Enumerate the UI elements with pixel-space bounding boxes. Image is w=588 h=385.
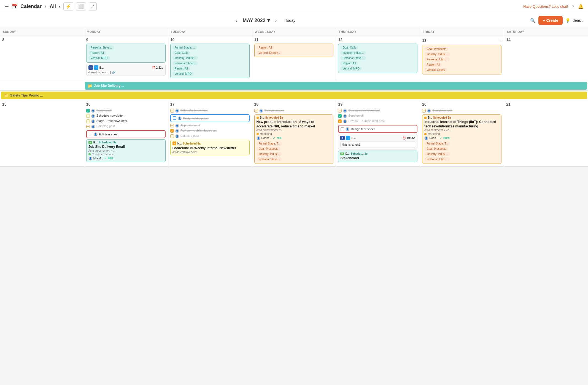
- calendar-icon: 📅: [12, 4, 18, 10]
- tag-industry: Industry: Indust...: [424, 52, 450, 56]
- ideas-chevron-icon: ›: [582, 18, 584, 23]
- task-review-publish-thu[interactable]: ✓ 👤 Review + publish blog post: [338, 119, 417, 124]
- fri-blog-event[interactable]: B... Scheduled 9a Industrial Internet of…: [422, 114, 501, 164]
- task-send-email[interactable]: ✓ 👤 Send email: [86, 108, 166, 113]
- tag-persona: Persona: Steve...: [88, 46, 114, 50]
- prev-month-button[interactable]: ‹: [233, 17, 239, 24]
- next-month-button[interactable]: ›: [273, 17, 279, 24]
- checkbox-design-tear[interactable]: [341, 127, 344, 131]
- day-15: 15: [0, 100, 84, 166]
- checkbox-minus-3[interactable]: —: [170, 134, 174, 138]
- checkbox-minus-wed[interactable]: —: [254, 109, 258, 113]
- tag-goal: Goal: Prospects: [424, 47, 448, 51]
- cal-toolbar-center: ‹ MAY 2022 ▾ › Today: [4, 17, 527, 24]
- wed-tag-card[interactable]: Region: All Vertical: Energy...: [254, 44, 334, 57]
- task-edit-website[interactable]: — 👤 Edit website content: [170, 108, 250, 113]
- avatar-fri-1: 👤: [427, 109, 431, 113]
- checkbox-minus-2[interactable]: —: [170, 124, 174, 127]
- week-row-2: 15 16 ✓ 👤 Send email 👤 Schedule newslett…: [0, 100, 588, 167]
- ideas-button[interactable]: 💡 Ideas ›: [565, 18, 584, 23]
- app-title: Calendar: [20, 4, 42, 9]
- tag-goal: Goal: Calls: [172, 51, 190, 55]
- help-icon[interactable]: ?: [572, 4, 574, 9]
- checkbox-yellow-1[interactable]: [86, 114, 90, 118]
- mon-blog-card[interactable]: B t B... ⏰ 2:22p {how-to}{perm...} 🔗: [86, 64, 166, 76]
- blog-b-icon: B: [88, 65, 93, 70]
- day-13: 13 + Goal: Prospects Industry: Indust...…: [420, 36, 504, 81]
- tag-vertical: Vertical: Safety: [424, 68, 447, 72]
- top-nav: ☰ 📅 Calendar / All ▾ ⚡ ⬜ ↗ Have Question…: [0, 0, 588, 13]
- avatar-thu-2: 👤: [343, 114, 347, 118]
- avatar-blog: 👤: [91, 125, 95, 129]
- avatar-4: 👤: [175, 129, 179, 133]
- monitor-button[interactable]: ⬜: [76, 2, 86, 10]
- header-wednesday: WEDNESDAY: [252, 28, 336, 36]
- design-tear-sheet-card[interactable]: 👤 Design tear sheet: [338, 125, 417, 133]
- wed-blog-event[interactable]: B... Scheduled 9a New product introducti…: [254, 114, 334, 164]
- week-row-1: 8 9 Persona: Steve... Region: All Vertic…: [0, 36, 588, 81]
- tag-persona: Persona: John ...: [424, 57, 450, 62]
- folder-icon-2: 📁: [4, 93, 9, 98]
- avatar-stage: 👤: [91, 119, 95, 123]
- checkbox-minus-thu-1[interactable]: —: [338, 109, 342, 113]
- thu-email-event[interactable]: ✉ E... Schedul... 3p Stakeholder: [338, 151, 417, 162]
- chevron-down-icon[interactable]: ▾: [59, 4, 61, 9]
- twitter-icon-thu: t: [346, 136, 350, 140]
- task-approve-email[interactable]: — 👤 Approve email: [170, 123, 250, 128]
- tue-tag-card[interactable]: Funnel Stage: ... Goal: Calls Industry: …: [170, 44, 250, 78]
- share-button[interactable]: ↗: [89, 2, 97, 10]
- checkbox-yellow-2[interactable]: [86, 119, 90, 123]
- nav-view[interactable]: All: [50, 4, 56, 9]
- tag-region: Region: All: [424, 63, 442, 67]
- task-edit-blog-tue[interactable]: — 👤 Edit blog post: [170, 133, 250, 139]
- task-design-images-wed[interactable]: — 👤 Design images: [254, 108, 334, 113]
- task-design-website-thu[interactable]: — 👤 Design website content: [338, 108, 417, 113]
- clock-icon-thu: ⏰: [403, 137, 406, 140]
- test-note: this is a test.: [340, 141, 415, 148]
- checkbox-done[interactable]: ✓: [86, 109, 90, 113]
- task-schedule-newsletter[interactable]: 👤 Schedule newsletter: [86, 113, 166, 119]
- mon-tag-card[interactable]: Persona: Steve... Region: All Vertical: …: [86, 44, 166, 63]
- checkbox-done-orange[interactable]: ✓: [170, 129, 174, 133]
- checkbox-tear-sheet[interactable]: [89, 133, 92, 136]
- checkbox-orange-thu[interactable]: ✓: [338, 119, 342, 123]
- job-site-delivery-banner[interactable]: 📁 Job Site Delivery ...: [85, 82, 587, 90]
- email-icon: ✉: [88, 141, 92, 144]
- create-button[interactable]: + Create: [538, 16, 563, 25]
- checkbox-minus-1[interactable]: —: [170, 109, 174, 113]
- filter-button[interactable]: ⚡: [63, 2, 73, 10]
- mon-email-event[interactable]: ✉ E... Scheduled 9a Job Site Delivery Em…: [86, 139, 166, 162]
- avatar-design-tear: 👤: [346, 127, 349, 131]
- have-questions-link[interactable]: Have Questions? Let's chat!: [523, 4, 568, 9]
- checkbox-minus-mon[interactable]: —: [86, 125, 90, 128]
- thu-tag-card[interactable]: Goal: Calls Industry: Indust... Persona:…: [338, 44, 417, 73]
- thu-blog-card[interactable]: B t B... ⏰ 10:56a this is a test.: [338, 134, 417, 149]
- newsletter-event[interactable]: N N... Scheduled 8a Borderline Bi-Weekly…: [170, 140, 250, 155]
- task-design-images-fri[interactable]: — 👤 Design images: [422, 108, 501, 113]
- tag-industry: Industry: Indust...: [340, 51, 366, 55]
- hamburger-icon[interactable]: ☰: [4, 4, 9, 10]
- header-friday: FRIDAY: [420, 28, 504, 36]
- search-button[interactable]: 🔍: [530, 18, 536, 23]
- avatar-3: 👤: [175, 124, 179, 128]
- task-edit-blog-mon[interactable]: — 👤 Edit blog post: [86, 124, 166, 129]
- today-button[interactable]: Today: [282, 17, 298, 24]
- safety-tips-banner[interactable]: 📁 Safety Tips Promo ...: [1, 92, 587, 99]
- checkbox-minus-fri[interactable]: —: [422, 109, 426, 113]
- design-white-paper-card[interactable]: 👤 Design white paper: [170, 114, 250, 122]
- edit-tear-sheet-card[interactable]: 👤 Edit tear sheet: [86, 130, 166, 138]
- fri-tag-card[interactable]: Goal: Prospects Industry: Indust... Pers…: [422, 45, 501, 74]
- month-title[interactable]: MAY 2022 ▾: [242, 17, 269, 23]
- bell-icon[interactable]: 🔔: [578, 4, 584, 9]
- task-review-publish-1[interactable]: ✓ 👤 Review + publish blog post: [170, 128, 250, 133]
- tag-region: Region: All: [172, 66, 190, 71]
- day-headers: SUNDAY MONDAY TUESDAY WEDNESDAY THURSDAY…: [0, 28, 588, 36]
- checkbox-blue-outline[interactable]: [173, 116, 176, 120]
- checkbox-done-thu[interactable]: ✓: [338, 114, 342, 118]
- task-send-email-thu[interactable]: ✓ 👤 Send email: [338, 113, 417, 119]
- task-stage-test[interactable]: 👤 Stage + test newsletter: [86, 119, 166, 124]
- day-19: 19 — 👤 Design website content ✓ 👤 Send e…: [336, 100, 420, 166]
- add-event-friday-icon[interactable]: +: [499, 38, 502, 43]
- day-8: 8: [0, 36, 84, 81]
- clock-icon: ⏰: [152, 66, 155, 69]
